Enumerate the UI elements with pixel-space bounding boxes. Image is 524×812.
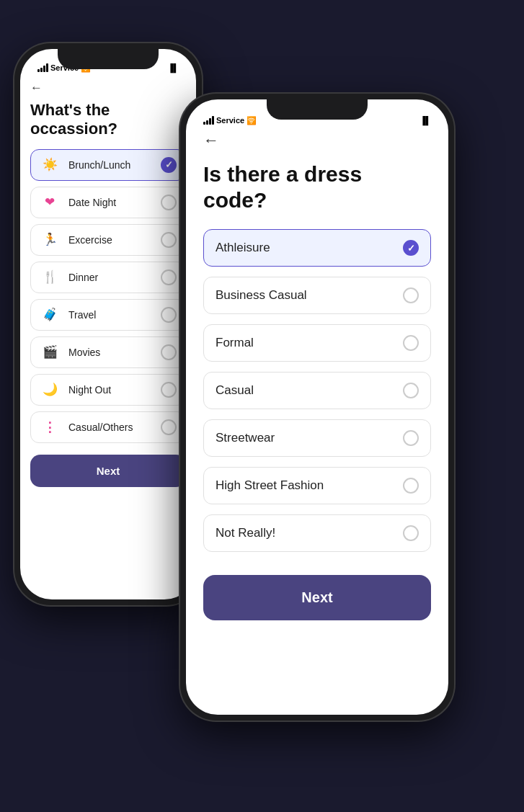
next-button[interactable]: Next [30,455,186,487]
option-travel[interactable]: 🧳 Travel [30,299,186,331]
casual-label: Casual/Others [68,421,152,433]
option-athleisure[interactable]: Athleisure [203,229,431,267]
next-button-2[interactable]: Next [203,575,431,620]
not-really-radio [403,525,419,541]
movies-label: Movies [68,347,152,358]
option-not-really[interactable]: Not Really! [203,514,431,552]
formal-label: Formal [216,336,394,350]
option-business-casual[interactable]: Business Casual [203,277,431,314]
dinner-label: Dinner [68,272,152,283]
travel-radio [161,307,177,323]
dinner-icon: 🍴 [40,269,60,285]
wifi-icon-2: 🛜 [247,116,257,125]
signal-icon-2 [203,116,214,125]
night-out-radio [161,382,177,398]
travel-label: Travel [68,309,152,321]
business-casual-label: Business Casual [216,288,394,303]
night-out-label: Night Out [68,384,152,396]
athleisure-label: Athleisure [216,241,394,255]
option-night-out[interactable]: 🌙 Night Out [30,374,186,406]
streetwear-radio [403,430,419,446]
phone-1-notch [58,49,159,69]
movies-radio [161,344,177,360]
page-title-2: Is there a dress code? [203,161,431,213]
option-movies[interactable]: 🎬 Movies [30,336,186,368]
option-dinner[interactable]: 🍴 Dinner [30,262,186,293]
option-exercise[interactable]: 🏃 Excercise [30,224,186,256]
option-streetwear[interactable]: Streetwear [203,419,431,457]
signal-icon [37,63,48,72]
streetwear-label: Streetwear [216,431,394,445]
casual-icon: ⋮ [40,419,60,435]
business-casual-radio [403,287,419,303]
option-casual-2[interactable]: Casual [203,372,431,409]
phone-1: Service 🛜 ▐▌ ← What's the occassion? ☀️ … [14,43,202,605]
option-formal[interactable]: Formal [203,324,431,362]
battery-icon: ▐▌ [167,63,179,72]
casual-radio [161,419,177,435]
phone-2-content: ← Is there a dress code? Athleisure Busi… [186,131,448,635]
movies-icon: 🎬 [40,344,60,360]
phone-2-status-left: Service 🛜 [203,116,257,125]
phone-1-screen: Service 🛜 ▐▌ ← What's the occassion? ☀️ … [20,49,196,599]
brunch-radio [161,157,177,173]
phone-2-notch [267,99,368,120]
option-date-night[interactable]: ❤ Date Night [30,187,186,218]
not-really-label: Not Really! [216,526,394,540]
phone-2: Service 🛜 ▐▌ ← Is there a dress code? At… [180,94,454,720]
back-button[interactable]: ← [30,81,186,95]
date-night-label: Date Night [68,197,152,208]
casual-2-radio [403,383,419,398]
casual-2-label: Casual [216,383,394,398]
brunch-icon: ☀️ [40,157,60,172]
date-night-radio [161,195,177,210]
battery-icon-2: ▐▌ [419,116,431,125]
night-out-icon: 🌙 [40,382,60,397]
carrier-label-2: Service [216,116,244,125]
athleisure-radio [403,240,419,256]
high-street-radio [403,478,419,494]
formal-radio [403,335,419,351]
phone-2-screen: Service 🛜 ▐▌ ← Is there a dress code? At… [186,99,448,715]
page-title: What's the occassion? [30,101,186,139]
phone-2-status-right: ▐▌ [419,116,431,125]
dinner-radio [161,269,177,285]
phone-1-content: ← What's the occassion? ☀️ Brunch/Lunch … [20,81,196,497]
exercise-radio [161,232,177,248]
exercise-icon: 🏃 [40,232,60,247]
high-street-label: High Street Fashion [216,478,394,493]
option-high-street[interactable]: High Street Fashion [203,467,431,504]
option-brunch[interactable]: ☀️ Brunch/Lunch [30,149,186,181]
date-night-icon: ❤ [40,195,60,210]
travel-icon: 🧳 [40,307,60,322]
exercise-label: Excercise [68,234,152,246]
back-button-2[interactable]: ← [203,131,431,150]
brunch-label: Brunch/Lunch [68,159,152,171]
phone-1-status-right: ▐▌ [167,63,179,72]
option-casual[interactable]: ⋮ Casual/Others [30,411,186,443]
